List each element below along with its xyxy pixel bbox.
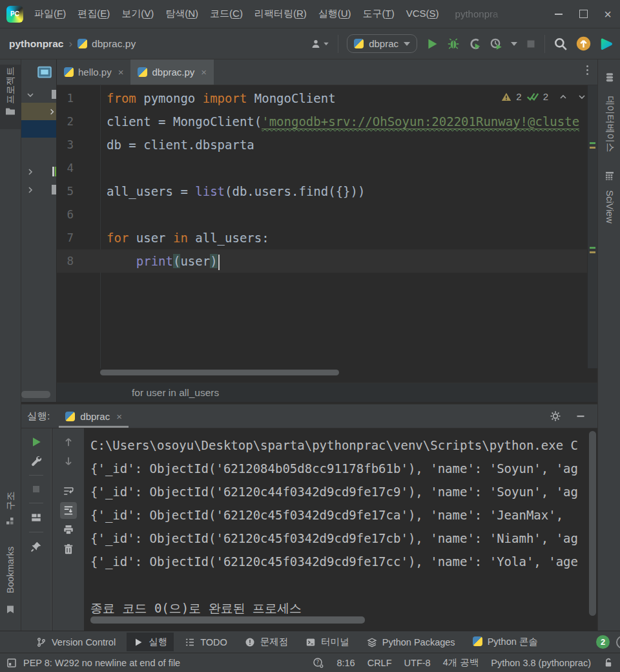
code-line-5[interactable]: 5all_users = list(db.users.find({})) [57,180,587,203]
clear-console-button[interactable] [63,543,74,555]
stop-button[interactable] [526,39,536,49]
tree-row-hovered[interactable] [21,103,57,120]
editor-options-icon[interactable] [586,65,588,75]
menu-item-1[interactable]: 편집(E) [72,5,116,23]
tab-close-icon[interactable]: × [118,67,124,78]
python-interpreter[interactable]: Python 3.8 (pythonprac) [491,658,591,668]
update-available-button[interactable] [576,36,591,51]
readonly-lock-icon[interactable] [603,658,614,668]
file-encoding[interactable]: UTF-8 [404,658,431,668]
tool-window-button-sciview[interactable]: SciView [604,190,615,223]
menu-item-8[interactable]: VCS(S) [400,5,445,23]
sciview-icon[interactable] [604,171,615,181]
code-line-3[interactable]: 3db = client.dbsparta [57,133,587,156]
bookmark-icon[interactable] [5,604,16,614]
folder-icon[interactable] [5,106,16,116]
editor-hscrollbar-thumb[interactable] [100,370,339,375]
run-settings-wrench-icon[interactable] [30,455,42,467]
tab-close-icon[interactable]: × [201,67,207,78]
tool-window-button-todo[interactable]: TODO [178,634,234,651]
structure-icon[interactable] [5,516,16,526]
restore-layout-icon[interactable] [30,512,42,523]
tool-window-button-project[interactable]: 프로젝트 [5,67,17,104]
code-with-me-icon[interactable] [599,37,614,51]
search-everywhere-button[interactable] [553,37,568,51]
stripe-mark-typo[interactable] [590,142,595,144]
console-hscrollbar-thumb[interactable] [90,616,365,624]
editor-hscrollbar[interactable] [57,368,587,377]
menu-item-2[interactable]: 보기(V) [116,5,160,23]
tree-row-collapsed[interactable] [21,181,57,198]
line-separator[interactable]: CRLF [367,658,392,668]
console-output[interactable]: C:\Users\osoyu\Desktop\sparta\pythonprac… [84,428,597,631]
tool-window-switcher-icon[interactable] [6,658,17,668]
down-arrow-icon[interactable] [63,456,74,467]
coverage-button[interactable] [490,37,502,50]
tool-window-button-version-control[interactable]: Version Control [30,634,122,651]
editor-tab-dbprac-py[interactable]: dbprac.py× [130,59,214,85]
scroll-to-end-button[interactable] [60,502,77,519]
chevron-right-icon[interactable] [25,185,36,195]
code-line-4[interactable]: 4 [57,156,587,180]
hide-panel-icon[interactable] [575,411,586,421]
tool-window-button-run[interactable]: 실행 [127,633,174,651]
menu-item-3[interactable]: 탐색(N) [160,5,204,23]
code-line-7[interactable]: 7for user in all_users: [57,226,587,249]
stripe-mark-warning[interactable] [590,147,595,149]
user-menu[interactable] [311,39,329,49]
code-editor[interactable]: 1from pymongo import MongoClient2client … [57,85,597,368]
tree-row-expanded[interactable] [21,86,57,103]
console-vscrollbar-thumb[interactable] [589,431,596,616]
code-line-2[interactable]: 2client = MongoClient('mongodb+srv://OhS… [57,110,587,133]
notification-badge[interactable]: 2 [596,635,610,649]
run-tab-close-icon[interactable]: × [116,411,122,422]
indent-style[interactable]: 4개 공백 [443,656,479,669]
tool-window-button-terminal[interactable]: 터미널 [299,633,356,651]
stop-console-button[interactable] [31,484,41,494]
breadcrumb-file[interactable]: dbprac.py [92,38,136,50]
prev-problem-icon[interactable] [558,92,568,102]
maximize-button[interactable] [571,0,595,28]
breadcrumb-project[interactable]: pythonprac [9,38,63,50]
menu-item-0[interactable]: 파일(F) [28,5,72,23]
tool-window-button-bookmarks[interactable]: Bookmarks [5,547,16,594]
database-icon[interactable] [604,72,615,83]
menu-item-6[interactable]: 실행(U) [313,5,357,23]
project-panel-icon[interactable] [37,65,52,80]
chevron-right-icon[interactable] [25,167,36,177]
settings-gear-icon[interactable] [550,410,561,422]
code-line-8[interactable]: 8 print(user) [57,249,587,273]
project-panel-hscrollbar[interactable] [21,391,50,398]
menu-item-7[interactable]: 도구(T) [357,5,400,23]
minimize-button[interactable] [546,0,571,28]
menu-item-5[interactable]: 리팩터링(R) [249,5,313,23]
soft-wrap-button[interactable] [63,485,74,497]
close-button[interactable]: × [595,0,620,28]
tool-window-button-python-console[interactable]: Python 콘솔 [466,633,544,651]
run-tab[interactable]: dbprac × [57,404,130,428]
stripe-mark-warning[interactable] [590,251,595,253]
tool-window-button-structure[interactable]: 구조 [5,492,17,510]
status-message[interactable]: PEP 8: W292 no newline at end of file [23,658,180,668]
up-arrow-icon[interactable] [63,436,74,448]
tool-window-button-database[interactable]: 데이터베이스 [604,96,616,152]
profiler-button[interactable] [468,37,481,50]
error-stripe[interactable] [588,85,597,368]
tool-window-button-python-packages[interactable]: Python Packages [360,634,462,651]
editor-tab-hello-py[interactable]: hello.py× [57,59,130,85]
chevron-right-icon[interactable] [47,107,57,117]
tool-window-button-problems[interactable]: 문제점 [238,633,295,651]
chevron-down-icon[interactable] [25,90,36,100]
tree-row-selected[interactable] [21,120,57,138]
run-config-selector[interactable]: dbprac [347,34,417,53]
breadcrumb-context[interactable]: for user in all_users [132,387,219,399]
stripe-mark-typo[interactable] [590,247,595,249]
caret-position[interactable]: 8:16 [336,658,355,668]
menu-item-4[interactable]: 코드(C) [204,5,249,23]
debug-button[interactable] [447,37,460,50]
code-line-6[interactable]: 6 [57,203,587,226]
rerun-button[interactable] [30,436,42,448]
next-problem-icon[interactable] [577,92,587,102]
tree-row-collapsed[interactable] [21,163,57,180]
run-options-arrow-icon[interactable] [511,42,517,46]
